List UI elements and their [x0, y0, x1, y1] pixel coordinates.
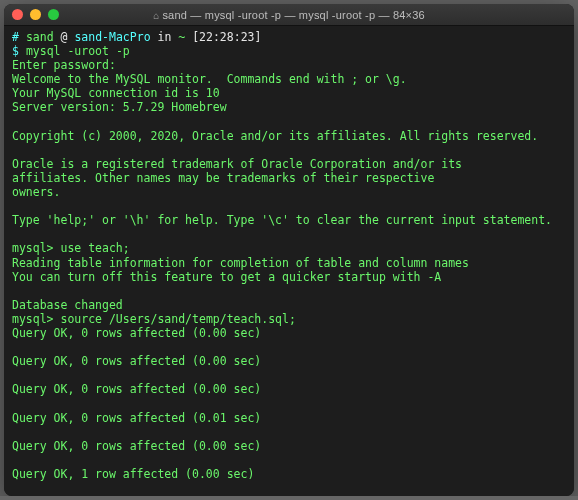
- prompt-hash: #: [12, 30, 19, 44]
- window-title: ⌂sand — mysql -uroot -p — mysql -uroot -…: [4, 9, 574, 21]
- prompt-dollar: $: [12, 44, 19, 58]
- command-text: mysql -uroot -p: [26, 44, 130, 58]
- line: Copyright (c) 2000, 2020, Oracle and/or …: [12, 129, 538, 143]
- titlebar[interactable]: ⌂sand — mysql -uroot -p — mysql -uroot -…: [4, 4, 574, 26]
- line: Type 'help;' or '\h' for help. Type '\c'…: [12, 213, 552, 227]
- prompt-user: sand: [26, 30, 54, 44]
- query-result: Query OK, 1 row affected (0.00 sec): [12, 467, 254, 481]
- title-text: sand — mysql -uroot -p — mysql -uroot -p…: [162, 9, 424, 21]
- line: Database changed: [12, 298, 123, 312]
- maximize-icon[interactable]: [48, 9, 59, 20]
- home-icon: ⌂: [153, 10, 159, 21]
- line: Enter password:: [12, 58, 116, 72]
- prompt-time: [22:28:23]: [192, 30, 261, 44]
- query-result: Query OK, 0 rows affected (0.00 sec): [12, 439, 261, 453]
- query-result: Query OK, 0 rows affected (0.01 sec): [12, 411, 261, 425]
- minimize-icon[interactable]: [30, 9, 41, 20]
- prompt-at: @: [61, 30, 68, 44]
- terminal-window: ⌂sand — mysql -uroot -p — mysql -uroot -…: [4, 4, 574, 496]
- prompt-in: in: [158, 30, 172, 44]
- close-icon[interactable]: [12, 9, 23, 20]
- mysql-prompt: mysql>: [12, 312, 54, 326]
- line: Oracle is a registered trademark of Orac…: [12, 157, 462, 171]
- line: Welcome to the MySQL monitor. Commands e…: [12, 72, 407, 86]
- line: You can turn off this feature to get a q…: [12, 270, 441, 284]
- prompt-cwd: ~: [178, 30, 185, 44]
- prompt-host: sand-MacPro: [74, 30, 150, 44]
- query-result: Query OK, 0 rows affected (0.00 sec): [12, 382, 261, 396]
- query-result: Query OK, 0 rows affected (0.00 sec): [12, 354, 261, 368]
- mysql-prompt: mysql>: [12, 241, 54, 255]
- command-text: source /Users/sand/temp/teach.sql;: [60, 312, 295, 326]
- query-result: Query OK, 0 rows affected (0.00 sec): [12, 326, 261, 340]
- line: owners.: [12, 185, 60, 199]
- command-text: use teach;: [60, 241, 129, 255]
- line: Server version: 5.7.29 Homebrew: [12, 100, 227, 114]
- line: Reading table information for completion…: [12, 256, 469, 270]
- query-result: Query OK, 1 row affected (0.00 sec): [12, 495, 254, 496]
- terminal-content[interactable]: # sand @ sand-MacPro in ~ [22:28:23] $ m…: [4, 26, 574, 496]
- traffic-lights: [12, 9, 59, 20]
- line: affiliates. Other names may be trademark…: [12, 171, 434, 185]
- line: Your MySQL connection id is 10: [12, 86, 220, 100]
